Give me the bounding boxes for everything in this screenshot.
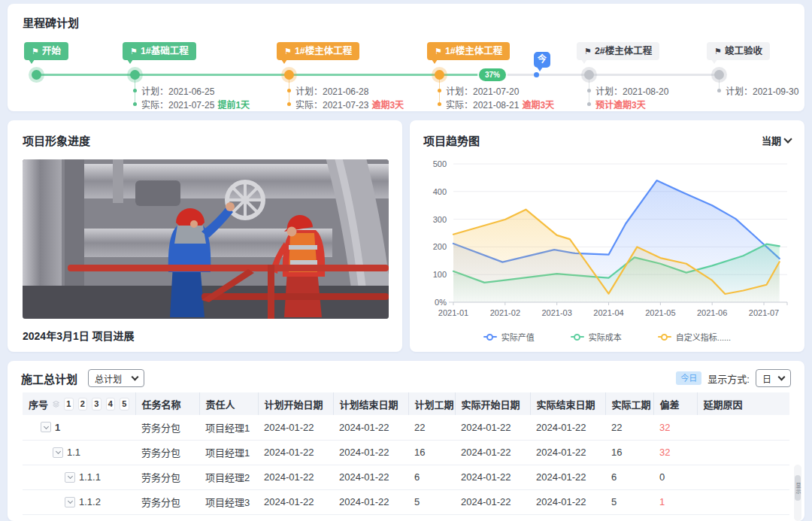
- today-marker: 今: [534, 52, 550, 68]
- flag-icon: ⚑: [32, 47, 39, 56]
- svg-text:400: 400: [433, 187, 447, 196]
- level-button-3[interactable]: 3: [92, 398, 101, 410]
- expand-toggle[interactable]: [41, 422, 51, 432]
- trend-card-title: 项目趋势图: [423, 132, 480, 148]
- svg-text:0%: 0%: [435, 298, 447, 307]
- svg-text:2021-01: 2021-01: [438, 308, 468, 317]
- table-row[interactable]: 1.1.1 劳务分包 项目经理2 2024-01-22 2024-01-22 6…: [23, 465, 789, 489]
- expand-toggle[interactable]: [65, 472, 75, 483]
- bullet-dot: [717, 89, 721, 92]
- period-selector[interactable]: 当期: [762, 133, 791, 147]
- bullet-dot: [438, 102, 441, 106]
- table-header-row: 序号 1 2 3 4 5 任务名称 责任人 计划开: [23, 392, 789, 415]
- project-photo[interactable]: [23, 159, 389, 319]
- plan-type-select[interactable]: 总计划: [88, 369, 144, 387]
- milestone-timeline: ⚑开始 ⚑1#基础工程 ⚑1#楼主体工程 ⚑1#楼主体工程 ⚑2#楼主体工程 ⚑…: [23, 37, 797, 108]
- col-act-start: 实际开始日期: [455, 392, 530, 415]
- delta-late: 逾期3天: [522, 100, 554, 111]
- progress-badge: 37%: [479, 68, 506, 81]
- layers-icon: [53, 399, 59, 409]
- svg-text:2021-06: 2021-06: [697, 308, 727, 317]
- milestone-badge: ⚑开始: [24, 42, 68, 60]
- delta-late: 逾期3天: [371, 100, 404, 111]
- flag-icon: ⚑: [284, 47, 292, 56]
- svg-text:100: 100: [433, 270, 447, 279]
- project-photo-illustration: [23, 159, 389, 319]
- milestone-badge: ⚑1#楼主体工程: [427, 42, 510, 60]
- milestone-dates: 计划：2021-09-30: [717, 83, 798, 97]
- milestone-badge: ⚑2#楼主体工程: [577, 42, 659, 60]
- today-button[interactable]: 今日: [676, 371, 701, 385]
- svg-text:2021-05: 2021-05: [645, 308, 675, 317]
- level-button-1[interactable]: 1: [64, 398, 73, 410]
- timeline-done-segment: [36, 74, 498, 76]
- milestone-node: [584, 70, 594, 80]
- scrollbar-thumb[interactable]: 显示: [795, 475, 801, 501]
- milestone-node: [435, 70, 444, 80]
- milestone-dates: 计划：2021-07-20 实际：2021-08-21逾期3天: [438, 83, 554, 111]
- chevron-down-icon: [783, 135, 792, 143]
- milestone-badge: ⚑竣工验收: [707, 42, 770, 60]
- bullet-dot: [133, 89, 137, 92]
- level-button-2[interactable]: 2: [78, 398, 87, 410]
- flag-icon: ⚑: [714, 47, 722, 56]
- svg-text:2021-03: 2021-03: [541, 308, 571, 317]
- svg-text:300: 300: [433, 215, 447, 224]
- plan-table: 序号 1 2 3 4 5 任务名称 责任人 计划开: [23, 392, 789, 515]
- flag-icon: ⚑: [130, 47, 138, 56]
- milestone-dates: 计划：2021-06-28 实际：2021-07-23逾期3天: [287, 83, 404, 111]
- milestone-dates: 计划：2021-06-25 实际：2021-07-25提前1天: [133, 83, 250, 111]
- display-mode-label: 显示方式:: [707, 371, 750, 386]
- trend-chart: 0%1002003004005002021-012021-022021-0320…: [422, 153, 792, 329]
- col-plan-start: 计划开始日期: [258, 392, 333, 415]
- col-plan-end: 计划结束日期: [333, 392, 408, 415]
- forecast-late: 预计逾期3天: [595, 98, 646, 111]
- chevron-down-icon: [778, 374, 786, 381]
- table-row[interactable]: 1.1 劳务分包 项目经理1 2024-01-22 2024-01-22 16 …: [23, 440, 789, 465]
- expand-toggle[interactable]: [65, 497, 75, 507]
- milestone-node: [284, 70, 294, 80]
- table-row[interactable]: 1.1.2 劳务分包 项目经理3 2024-01-22 2024-01-22 5…: [23, 489, 789, 514]
- display-mode-select[interactable]: 日: [756, 369, 791, 387]
- period-selector-value: 当期: [762, 133, 781, 147]
- col-act-end: 实际结束日期: [530, 392, 605, 415]
- col-seq: 序号: [29, 397, 48, 411]
- timeline-todo-segment: [498, 74, 720, 76]
- photo-caption: 2024年3月1日 项目进展: [23, 328, 135, 343]
- bullet-dot: [133, 102, 137, 106]
- svg-text:2021-07: 2021-07: [749, 308, 779, 317]
- milestone-node: [130, 70, 140, 80]
- table-row[interactable]: 1 劳务分包 项目经理1 2024-01-22 2024-01-22 22 20…: [23, 415, 789, 440]
- bullet-dot: [587, 89, 591, 92]
- col-act-days: 实际工期: [605, 392, 653, 415]
- svg-text:500: 500: [433, 159, 447, 168]
- plan-table-title: 施工总计划: [21, 371, 77, 386]
- svg-text:200: 200: [433, 242, 447, 251]
- milestone-node: [714, 70, 724, 80]
- milestone-dates: 计划：2021-08-20 预计逾期3天: [587, 83, 668, 111]
- legend-marker-icon: [483, 334, 497, 341]
- level-button-4[interactable]: 4: [106, 398, 115, 410]
- delta-early: 提前1天: [217, 100, 250, 111]
- milestone-badge: ⚑1#基础工程: [123, 42, 196, 60]
- milestone-plan-card: 里程碑计划 ⚑开始 ⚑1#基础工程 ⚑1#楼主体工程 ⚑1#楼主体工程 ⚑2#楼…: [8, 4, 804, 111]
- milestone-node: [32, 70, 41, 80]
- milestone-card-title: 里程碑计划: [23, 14, 79, 30]
- photo-card-title: 项目形象进度: [23, 132, 90, 148]
- legend-item[interactable]: 实际成本: [571, 331, 622, 343]
- flag-icon: ⚑: [435, 47, 442, 56]
- bullet-dot: [587, 102, 591, 106]
- construction-plan-card: 施工总计划 总计划 今日 显示方式: 日 序号: [8, 361, 804, 521]
- level-button-5[interactable]: 5: [120, 398, 129, 410]
- svg-text:2021-02: 2021-02: [490, 308, 520, 317]
- flag-icon: ⚑: [584, 47, 592, 56]
- today-dot: [534, 72, 539, 77]
- vertical-scrollbar[interactable]: 显示: [794, 465, 801, 521]
- project-progress-card: 项目形象进度: [8, 120, 402, 352]
- expand-toggle[interactable]: [53, 447, 63, 458]
- bullet-dot: [287, 102, 291, 106]
- legend-item[interactable]: 自定义指标......: [658, 331, 731, 343]
- legend-marker-icon: [571, 334, 584, 341]
- col-deviation: 偏差: [653, 392, 697, 415]
- legend-item[interactable]: 实际产值: [483, 331, 535, 343]
